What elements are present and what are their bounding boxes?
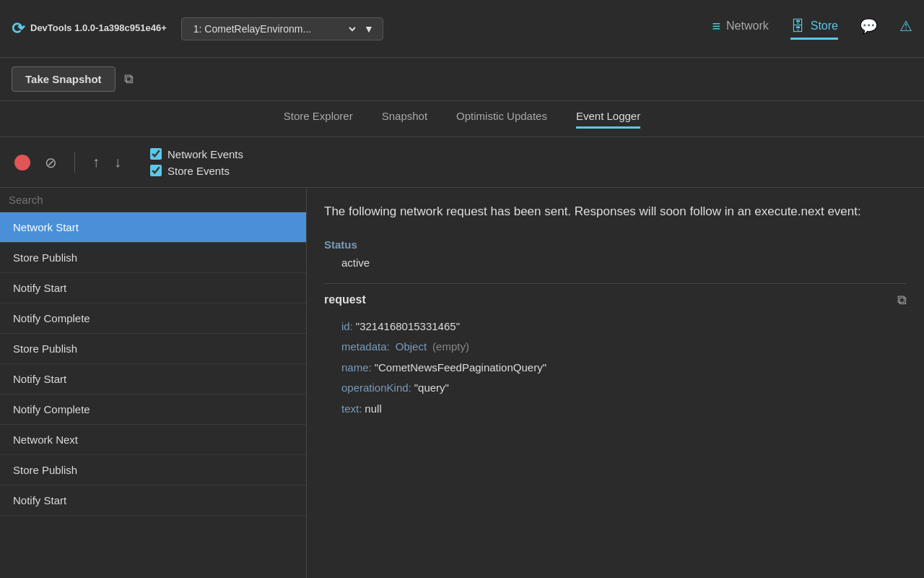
section-divider <box>324 283 907 284</box>
top-bar: ⟳ DevTools 1.0.0-1a398c951e46+ 1: CometR… <box>0 0 924 58</box>
field-id-key: id: <box>341 316 353 337</box>
env-select[interactable]: 1: CometRelayEnvironm... <box>191 22 358 35</box>
store-events-label: Store Events <box>167 165 230 177</box>
network-events-checkbox-row[interactable]: Network Events <box>150 148 243 160</box>
sub-nav-snapshot[interactable]: Snapshot <box>382 110 427 129</box>
store-icon: 🗄 <box>790 18 805 35</box>
request-header: request ⧉ <box>324 293 907 308</box>
network-events-label: Network Events <box>167 148 243 160</box>
field-text: text: null <box>341 399 907 420</box>
record-button[interactable] <box>14 155 30 171</box>
nav-tabs: ≡ Network 🗄 Store 💬 ⚠ <box>712 17 912 40</box>
tab-alert[interactable]: ⚠ <box>899 17 912 40</box>
logo-icon: ⟳ <box>12 20 25 38</box>
download-button[interactable]: ↓ <box>114 154 121 171</box>
field-operationkind-key: operationKind: <box>341 378 411 399</box>
tab-network-label: Network <box>726 20 769 33</box>
copy-icon[interactable]: ⧉ <box>124 72 134 87</box>
clear-button[interactable]: ⊘ <box>45 154 57 171</box>
list-item[interactable]: Network Next <box>0 425 306 455</box>
field-text-value: null <box>365 399 381 420</box>
filter-divider <box>74 152 75 173</box>
app-title: DevTools 1.0.0-1a398c951e46+ <box>30 22 167 35</box>
list-item[interactable]: Store Publish <box>0 243 306 273</box>
take-snapshot-button[interactable]: Take Snapshot <box>12 66 116 92</box>
main-content: Network Start Store Publish Notify Start… <box>0 188 924 578</box>
field-name-value: "CometNewsFeedPaginationQuery" <box>375 358 546 379</box>
sub-nav-optimistic-updates[interactable]: Optimistic Updates <box>456 110 547 129</box>
sub-nav: Store Explorer Snapshot Optimistic Updat… <box>0 101 924 137</box>
request-copy-icon[interactable]: ⧉ <box>897 293 907 308</box>
list-item[interactable]: Notify Complete <box>0 303 306 334</box>
field-text-key: text: <box>341 399 362 420</box>
network-icon: ≡ <box>712 18 720 35</box>
list-item[interactable]: Notify Start <box>0 273 306 303</box>
toolbar-row: Take Snapshot ⧉ <box>0 58 924 101</box>
event-list: Network Start Store Publish Notify Start… <box>0 212 306 578</box>
list-item[interactable]: Notify Start <box>0 364 306 394</box>
checkboxes-area: Network Events Store Events <box>150 148 243 177</box>
list-item[interactable]: Store Publish <box>0 334 306 364</box>
field-id-value: "3214168015331465" <box>356 316 460 337</box>
list-item[interactable]: Network Start <box>0 212 306 243</box>
env-selector[interactable]: 1: CometRelayEnvironm... ▼ <box>181 17 383 40</box>
tab-network[interactable]: ≡ Network <box>712 18 768 40</box>
right-panel: The following network request has been s… <box>307 188 924 578</box>
upload-button[interactable]: ↑ <box>92 154 100 171</box>
chat-icon: 💬 <box>860 17 878 35</box>
field-metadata: metadata: Object (empty) <box>341 337 907 358</box>
field-name: name: "CometNewsFeedPaginationQuery" <box>341 358 907 379</box>
left-panel: Network Start Store Publish Notify Start… <box>0 188 307 578</box>
field-id: id: "3214168015331465" <box>341 316 907 337</box>
sub-nav-store-explorer[interactable]: Store Explorer <box>284 110 353 129</box>
logo-area: ⟳ DevTools 1.0.0-1a398c951e46+ <box>12 20 167 38</box>
field-metadata-key: metadata: <box>341 337 390 358</box>
store-events-checkbox[interactable] <box>150 165 162 176</box>
alert-icon: ⚠ <box>899 17 912 35</box>
search-box <box>0 188 306 212</box>
field-metadata-empty: (empty) <box>432 337 469 358</box>
store-events-checkbox-row[interactable]: Store Events <box>150 165 243 177</box>
field-metadata-type: Object <box>396 337 427 358</box>
sub-nav-event-logger[interactable]: Event Logger <box>576 110 640 129</box>
search-input[interactable] <box>9 194 297 206</box>
filter-row: ⊘ ↑ ↓ Network Events Store Events <box>0 137 924 188</box>
field-name-key: name: <box>341 358 372 379</box>
status-label: Status <box>324 238 907 251</box>
status-value: active <box>341 256 907 269</box>
field-operationkind: operationKind: "query" <box>341 378 907 399</box>
list-item[interactable]: Notify Start <box>0 486 306 516</box>
event-description: The following network request has been s… <box>324 202 907 221</box>
request-label: request <box>324 293 366 306</box>
chevron-down-icon: ▼ <box>364 23 374 35</box>
network-events-checkbox[interactable] <box>150 148 162 160</box>
tab-store[interactable]: 🗄 Store <box>790 18 838 40</box>
field-operationkind-value: "query" <box>414 378 449 399</box>
list-item[interactable]: Notify Complete <box>0 394 306 425</box>
list-item[interactable]: Store Publish <box>0 455 306 486</box>
tab-chat[interactable]: 💬 <box>860 17 878 40</box>
tab-store-label: Store <box>811 20 838 33</box>
request-fields: id: "3214168015331465" metadata: Object … <box>341 316 907 420</box>
